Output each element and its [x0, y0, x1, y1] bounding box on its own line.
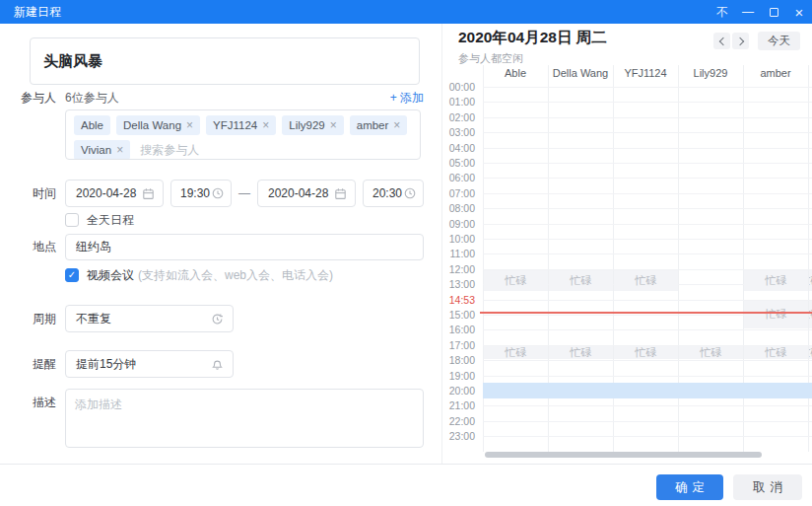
time-label: 19:00 [442, 369, 475, 383]
add-participant-button[interactable]: + 添加 [390, 90, 424, 107]
remove-tag-icon[interactable]: × [393, 118, 400, 132]
column-header-able: Able [483, 66, 548, 80]
all-day-row: 全天日程 [65, 212, 424, 228]
description-label: 描述 [14, 395, 56, 410]
start-time-value: 19:30 [180, 186, 210, 200]
time-label: 02:00 [442, 110, 475, 124]
time-row: 时间 2020-04-28 19:30 — 2020-04-28 20:30 [14, 180, 424, 207]
busy-block: 忙碌 [484, 270, 548, 291]
minimize-icon[interactable]: — [735, 0, 761, 24]
participant-tag[interactable]: Able [74, 115, 110, 135]
prev-day-button[interactable] [713, 33, 730, 49]
dialog-title: 新建日程 [14, 4, 61, 21]
time-label: 20:00 [442, 384, 475, 398]
horizontal-scrollbar[interactable] [485, 452, 762, 458]
remove-tag-icon[interactable]: × [262, 118, 269, 132]
time-label: 00:00 [442, 80, 475, 94]
hour-gridline [483, 376, 812, 377]
participant-tag[interactable]: Della Wang× [116, 115, 200, 135]
time-label: 10:00 [442, 232, 475, 246]
title-bar: 新建日程 不 — × [0, 0, 812, 24]
calendar-icon [334, 187, 347, 200]
pin-icon[interactable]: 不 [710, 0, 735, 24]
participant-tag[interactable]: Lily929× [282, 115, 343, 135]
participants-header: 参与人 6位参与人 + 添加 [14, 89, 424, 107]
maximize-icon[interactable] [761, 0, 786, 24]
maximize-glyph [770, 8, 778, 17]
time-label: 13:00 [442, 277, 475, 291]
confirm-button[interactable]: 确定 [656, 474, 723, 500]
event-title-input[interactable] [30, 37, 420, 85]
schedule-date-title: 2020年04月28日 周二 [458, 28, 607, 48]
hour-gridline [483, 178, 812, 179]
repeat-row: 周期 不重复 [14, 305, 424, 332]
hour-gridline [483, 148, 812, 149]
participant-name: Lily929 [289, 119, 324, 131]
reminder-value: 提前15分钟 [76, 356, 136, 373]
remove-tag-icon[interactable]: × [186, 118, 193, 132]
time-label: 15:00 [442, 308, 475, 322]
time-label: 03:00 [442, 125, 475, 139]
time-label: 18:00 [442, 353, 475, 367]
time-label: 09:00 [442, 217, 475, 231]
busy-block: 忙碌 [614, 270, 678, 291]
participant-name: Able [81, 119, 103, 131]
busy-block: 忙碌 [549, 270, 613, 291]
next-day-button[interactable] [732, 33, 749, 49]
column-header-amber: amber [743, 66, 808, 80]
clock-icon [212, 187, 224, 199]
video-meeting-note: (支持如流入会、web入会、电话入会) [138, 267, 333, 284]
participant-name: Della Wang [123, 119, 181, 131]
participant-tag[interactable]: amber× [350, 115, 408, 135]
all-day-checkbox[interactable] [65, 213, 79, 227]
dialog-footer: 确定 取消 [0, 465, 812, 506]
location-input[interactable] [65, 234, 424, 260]
recurrence-icon [211, 313, 224, 325]
repeat-select[interactable]: 不重复 [65, 305, 234, 332]
start-date-picker[interactable]: 2020-04-28 [65, 180, 164, 207]
busy-block: 忙碌 [679, 346, 743, 359]
all-day-label: 全天日程 [87, 212, 134, 229]
hour-gridline [483, 329, 812, 330]
participant-tag[interactable]: YFJ1124× [206, 115, 276, 135]
hour-gridline [483, 208, 812, 209]
description-textarea[interactable] [65, 389, 424, 448]
start-time-picker[interactable]: 19:30 [170, 180, 232, 207]
window-controls: 不 — × [710, 0, 812, 24]
new-event-dialog: 新建日程 不 — × 参与人 6位参与人 + 添加 AbleDella Wang… [0, 0, 812, 506]
reminder-select[interactable]: 提前15分钟 [65, 350, 234, 378]
end-time-picker[interactable]: 20:30 [363, 180, 424, 207]
search-participant-placeholder[interactable]: 搜索参与人 [140, 142, 199, 159]
time-label: 12:00 [442, 262, 475, 276]
participants-box[interactable]: AbleDella Wang×YFJ1124×Lily929×amber×Viv… [65, 109, 421, 160]
participant-name: YFJ1124 [213, 119, 257, 131]
time-label: 11:00 [442, 247, 475, 260]
end-date-picker[interactable]: 2020-04-28 [257, 180, 356, 207]
participant-name: amber [357, 119, 389, 131]
current-time-line [480, 312, 812, 314]
close-icon[interactable]: × [786, 0, 812, 24]
busy-block: 忙碌 [549, 346, 613, 359]
participants-count: 6位参与人 [65, 90, 119, 107]
column-header-della-wang: Della Wang [548, 66, 613, 80]
end-date-value: 2020-04-28 [268, 186, 328, 200]
repeat-label: 周期 [14, 311, 56, 327]
video-meeting-checkbox[interactable]: ✓ [65, 268, 79, 282]
participant-tag[interactable]: Vivian× [74, 140, 130, 160]
description-row: 描述 [14, 389, 424, 448]
clock-icon [404, 187, 416, 199]
busy-block: 忙碌 [484, 346, 548, 359]
remove-tag-icon[interactable]: × [330, 118, 337, 132]
reminder-row: 提醒 提前15分钟 [14, 350, 424, 378]
availability-grid: AbleDella WangYFJ1124Lily929amber00:0001… [442, 87, 812, 452]
selected-time-range[interactable] [483, 383, 812, 398]
bell-icon [211, 358, 224, 371]
busy-block: 忙碌 [614, 346, 678, 359]
time-label: 05:00 [442, 156, 475, 170]
remove-tag-icon[interactable]: × [116, 143, 123, 157]
time-label: 08:00 [442, 201, 475, 215]
today-button[interactable]: 今天 [758, 32, 800, 50]
hour-gridline [483, 193, 812, 194]
busy-block: 忙碌 [744, 346, 808, 359]
cancel-button[interactable]: 取消 [733, 474, 802, 500]
